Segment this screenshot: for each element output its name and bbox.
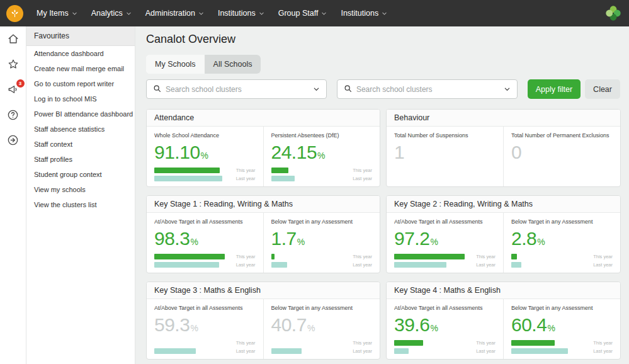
nav-item-label: My Items (37, 9, 69, 18)
bar-track (271, 168, 344, 173)
card-title: Behaviour (387, 110, 620, 127)
card-title: Key Stage 3 : Maths & English (147, 282, 380, 299)
bar-track (511, 340, 584, 346)
metric-label: Total Number of Permanent Exclusions (511, 132, 613, 139)
chevron-down-icon (313, 84, 320, 95)
metric-value: 24.15% (271, 143, 373, 162)
app-shell: 3 Favourites Attendance dashboardCreate … (0, 26, 629, 364)
apps-flower-icon[interactable] (605, 5, 621, 21)
sidebar-item-staff-profiles[interactable]: Staff profiles (26, 152, 135, 167)
bar-year-label: Last year (470, 348, 496, 354)
bar-track (394, 254, 467, 259)
metric-whole-school-attendance: Whole School Attendance91.10%This yearLa… (147, 127, 263, 186)
bar-row-this-year: This year (394, 253, 496, 259)
sidebar-item-staff-absence-statistics[interactable]: Staff absence statistics (26, 122, 135, 137)
trend-bars: This yearLast year (271, 339, 373, 354)
sign-in-icon[interactable] (6, 133, 20, 147)
top-nav-item-institutions[interactable]: Institutions (211, 0, 271, 26)
metric-number: 59.3 (154, 314, 190, 335)
bar-year-label: This year (347, 340, 372, 346)
bar-last-year (271, 348, 302, 354)
metric-label: At/Above Target in all Assessments (394, 219, 496, 225)
main-content: Canalot Overview My SchoolsAll Schools S… (135, 26, 629, 364)
tab-all-schools[interactable]: All Schools (205, 55, 261, 74)
bar-row-this-year: This year (154, 339, 256, 346)
metric-number: 24.15 (271, 142, 317, 162)
card-body: Total Number of Suspensions1Total Number… (387, 127, 620, 186)
bar-year-label: Last year (347, 176, 372, 181)
bar-last-year (511, 348, 568, 354)
app: My ItemsAnalyticsAdministrationInstituti… (0, 0, 629, 364)
nav-item-label: Institutions (218, 9, 256, 18)
bar-row-last-year: Last year (511, 261, 613, 268)
metric-below-target-in-any-assessment: Below Target in any Assessment1.7%This y… (263, 213, 380, 273)
metric-below-target-in-any-assessment: Below Target in any Assessment60.4%This … (503, 299, 620, 359)
card-body: At/Above Target in all Assessments59.3%T… (147, 299, 380, 359)
sidebar-item-log-in-to-school-mis[interactable]: Log in to school MIS (26, 91, 135, 106)
bar-year-label: Last year (230, 176, 256, 181)
schools-tab-group: My SchoolsAll Schools (146, 55, 261, 74)
metric-at-above-target-in-all-assessments: At/Above Target in all Assessments59.3%T… (147, 299, 263, 359)
top-nav-item-analytics[interactable]: Analytics (84, 0, 139, 26)
bar-track (271, 262, 344, 268)
metric-below-target-in-any-assessment: Below Target in any Assessment2.8%This y… (503, 213, 620, 273)
select-placeholder: Search school clusters (166, 85, 309, 94)
bar-this-year (154, 254, 225, 259)
bar-row-last-year: Last year (394, 348, 496, 354)
bar-row-last-year: Last year (511, 348, 613, 354)
sidebar-item-attendance-dashboard[interactable]: Attendance dashboard (26, 46, 135, 61)
bar-row-this-year: This year (271, 253, 373, 259)
card-body: At/Above Target in all Assessments98.3%T… (147, 213, 380, 273)
trend-bars: This yearLast year (511, 339, 613, 354)
school-clusters-select-1[interactable]: Search school clusters (146, 79, 327, 99)
filter-row: Search school clusters Search school clu… (146, 79, 620, 99)
bar-last-year (394, 262, 446, 268)
top-nav-item-group-staff[interactable]: Group Staff (271, 0, 334, 26)
star-icon[interactable] (6, 57, 20, 71)
bar-track (511, 262, 584, 268)
percent-sign: % (201, 151, 208, 161)
help-icon[interactable] (6, 108, 20, 122)
top-nav-item-my-items[interactable]: My Items (30, 0, 84, 26)
percent-sign: % (547, 323, 555, 333)
bar-year-label: Last year (230, 348, 256, 354)
bar-year-label: Last year (587, 262, 613, 268)
bar-row-last-year: Last year (154, 261, 256, 268)
sidebar-item-view-my-schools[interactable]: View my schools (26, 182, 135, 197)
announcements-icon[interactable]: 3 (6, 82, 20, 96)
app-logo-icon[interactable] (6, 5, 23, 22)
sidebar-item-student-group-context[interactable]: Student group context (26, 167, 135, 182)
home-icon[interactable] (6, 32, 20, 46)
sidebar-item-go-to-custom-report-writer[interactable]: Go to custom report writer (26, 76, 135, 91)
school-clusters-select-2[interactable]: Search school clusters (337, 79, 518, 99)
chevron-down-icon (504, 84, 511, 95)
sidebar-item-view-the-clusters-list[interactable]: View the clusters list (26, 197, 135, 212)
card-title: Attendance (147, 110, 380, 127)
tab-my-schools[interactable]: My Schools (146, 55, 205, 74)
top-nav-item-administration[interactable]: Administration (139, 0, 211, 26)
clear-button[interactable]: Clear (585, 79, 620, 99)
nav-item-label: Administration (145, 9, 195, 18)
card-attendance: AttendanceWhole School Attendance91.10%T… (146, 109, 380, 187)
bar-this-year (154, 168, 220, 173)
sidebar-item-power-bi-attendance-dashboard[interactable]: Power BI attendance dashboard (26, 106, 135, 122)
bar-track (394, 340, 467, 346)
card-title: Key Stage 1 : Reading, Writing & Maths (147, 196, 380, 213)
sidebar-item-staff-context[interactable]: Staff context (26, 137, 135, 152)
icon-rail: 3 (0, 26, 26, 364)
apply-filter-button[interactable]: Apply filter (528, 79, 581, 99)
bar-row-last-year: Last year (394, 261, 496, 268)
metric-value: 1.7% (271, 229, 373, 248)
bar-last-year (154, 348, 196, 354)
top-nav-item-institutions-2[interactable]: Institutions (334, 0, 394, 26)
card-body: At/Above Target in all Assessments39.6%T… (387, 299, 620, 359)
percent-sign: % (190, 237, 198, 247)
bar-year-label: This year (470, 340, 496, 346)
favourites-header: Favourites (26, 26, 135, 46)
card-body: At/Above Target in all Assessments97.2%T… (387, 213, 620, 273)
metric-number: 0 (511, 142, 521, 162)
metric-at-above-target-in-all-assessments: At/Above Target in all Assessments39.6%T… (387, 299, 503, 359)
sidebar-item-create-new-mail-merge-email[interactable]: Create new mail merge email (26, 61, 135, 76)
card-key-stage-3-maths-english: Key Stage 3 : Maths & EnglishAt/Above Ta… (146, 282, 380, 360)
favourites-list: Attendance dashboardCreate new mail merg… (26, 46, 135, 212)
